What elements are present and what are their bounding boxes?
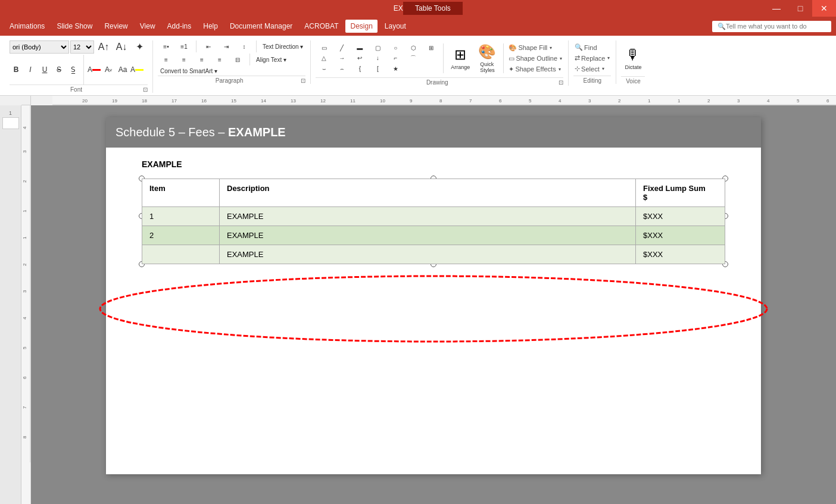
strikethrough-btn[interactable]: S (52, 64, 65, 76)
paragraph-expand-icon[interactable]: ⊡ (301, 77, 305, 84)
shadow-btn[interactable]: S̲ (67, 64, 80, 76)
decrease-indent-btn[interactable]: ⇤ (200, 42, 217, 51)
slide-header: Schedule 5 – Fees – EXAMPLE (106, 117, 761, 148)
shape-effects-btn[interactable]: ✦ Shape Effects ▾ (507, 65, 563, 74)
cell-desc-3[interactable]: EXAMPLE (220, 245, 636, 264)
table-row[interactable]: 2 EXAMPLE $XXX (142, 226, 725, 245)
svg-text:1: 1 (22, 209, 27, 212)
shape-brace-btn[interactable]: { (351, 64, 368, 73)
menu-layout[interactable]: Layout (380, 20, 411, 33)
find-btn[interactable]: 🔍 Find (573, 43, 611, 52)
shape-line-btn[interactable]: ╱ (333, 43, 350, 52)
align-right-btn[interactable]: ≡ (194, 55, 210, 64)
text-direction-btn[interactable]: Text Direction ▾ (260, 42, 305, 51)
shape-more-btn[interactable]: ⊞ (423, 43, 439, 52)
bullets-btn[interactable]: ≡• (158, 42, 174, 51)
shape-star-btn[interactable]: ★ (387, 64, 404, 73)
slide-thumb[interactable] (2, 117, 19, 129)
svg-text:5: 5 (22, 346, 27, 349)
cell-price-2[interactable]: $XXX (636, 226, 725, 245)
underline-btn[interactable]: U (38, 64, 51, 76)
paragraph-group: ≡• ≡1 ⇤ ⇥ ↕ Text Direction ▾ ≡ ≡ ≡ ≡ ⊟ A (153, 40, 311, 84)
numbering-btn[interactable]: ≡1 (176, 42, 192, 51)
shape-hex-btn[interactable]: ⬡ (405, 43, 422, 52)
cell-item-1[interactable]: 1 (142, 207, 220, 226)
vertical-ruler: 4 3 2 1 1 2 3 4 5 6 7 8 (21, 105, 31, 504)
font-color-btn[interactable]: A (88, 64, 101, 76)
shape-outline-btn[interactable]: ▭ Shape Outline ▾ (507, 54, 563, 63)
shape-arrow-btn[interactable]: → (333, 54, 350, 62)
cell-desc-2[interactable]: EXAMPLE (220, 226, 636, 245)
fee-table[interactable]: Item Description Fixed Lump Sum$ 1 EXAMP… (142, 179, 725, 264)
font-expand-icon[interactable]: ⊡ (143, 86, 148, 93)
font-name-select[interactable]: ori (Body) (10, 40, 69, 54)
shape-bent-btn[interactable]: ↩ (351, 54, 368, 62)
shape-corner-btn[interactable]: ⌐ (387, 54, 404, 62)
select-btn[interactable]: ⊹ Select ▾ (573, 64, 611, 73)
voice-group-label: Voice (621, 76, 645, 84)
shape-oval-btn[interactable]: ○ (387, 43, 404, 52)
cell-price-3[interactable]: $XXX (636, 245, 725, 264)
align-text-btn[interactable]: Align Text ▾ (254, 55, 289, 64)
italic-btn[interactable]: I (24, 64, 37, 76)
cell-price-1[interactable]: $XXX (636, 207, 725, 226)
shape-freeform-btn[interactable]: ⌣ (316, 64, 332, 74)
shape-bracket-btn[interactable]: [ (369, 64, 386, 73)
arrange-btn[interactable]: ⊞ Arrange (447, 40, 473, 76)
menu-help[interactable]: Help (198, 20, 223, 33)
menu-animations[interactable]: Animations (5, 20, 49, 33)
cell-desc-1[interactable]: EXAMPLE (220, 207, 636, 226)
minimize-button[interactable]: — (765, 0, 788, 17)
align-left-btn[interactable]: ≡ (158, 55, 174, 64)
dictate-label: Dictate (625, 64, 641, 70)
shape-rect2-btn[interactable]: ▬ (351, 43, 368, 52)
clear-format-btn[interactable]: ✦ (131, 41, 148, 53)
shape-down-btn[interactable]: ↓ (369, 54, 386, 62)
cell-item-2[interactable]: 2 (142, 226, 220, 245)
close-button[interactable]: ✕ (812, 0, 836, 17)
justify-btn[interactable]: ≡ (211, 55, 228, 64)
search-input[interactable] (726, 23, 821, 30)
shape-round-btn[interactable]: ▢ (369, 43, 386, 52)
table-row[interactable]: 1 EXAMPLE $XXX (142, 207, 725, 226)
font-size-select[interactable]: 12 (70, 40, 94, 54)
table-row[interactable]: EXAMPLE $XXX (142, 245, 725, 264)
drawing-expand-icon[interactable]: ⊡ (559, 79, 563, 86)
align-text-label: Align Text ▾ (256, 57, 286, 63)
slide[interactable]: Schedule 5 – Fees – EXAMPLE EXAMPLE (106, 117, 761, 474)
col-btn[interactable]: ⊟ (229, 55, 246, 64)
ribbon: ori (Body) 12 A↑ A↓ ✦ B I U S S̲ A Av (0, 36, 836, 96)
char-spacing-btn[interactable]: Av (102, 64, 115, 76)
menu-design[interactable]: Design (345, 20, 377, 33)
dictate-btn[interactable]: 🎙 Dictate (621, 40, 645, 76)
convert-smartart-btn[interactable]: Convert to SmartArt ▾ (158, 67, 220, 76)
quick-styles-btn[interactable]: 🎨 QuickStyles (475, 40, 500, 76)
voice-group: 🎙 Dictate Voice (616, 40, 650, 84)
cell-item-3[interactable] (142, 245, 220, 264)
line-spacing-btn[interactable]: ↕ (236, 42, 252, 51)
menu-acrobat[interactable]: ACROBAT (300, 20, 343, 33)
shape-tri-btn[interactable]: △ (316, 54, 332, 62)
menu-review[interactable]: Review (99, 20, 132, 33)
svg-text:3: 3 (588, 98, 591, 104)
case-btn[interactable]: Aa (116, 64, 129, 76)
increase-font-btn[interactable]: A↑ (95, 41, 112, 53)
bold-btn[interactable]: B (10, 64, 23, 76)
menu-docmanager[interactable]: Document Manager (225, 20, 297, 33)
shape-fill-btn[interactable]: 🎨 Shape Fill ▾ (507, 43, 563, 52)
decrease-font-btn[interactable]: A↓ (113, 41, 130, 53)
increase-indent-btn[interactable]: ⇥ (218, 42, 235, 51)
maximize-button[interactable]: □ (788, 0, 812, 17)
replace-btn[interactable]: ⇄ Replace ▾ (573, 54, 611, 62)
shape-curve-btn[interactable]: ⌒ (405, 53, 422, 64)
editing-group-label: Editing (573, 76, 611, 84)
shape-arc-btn[interactable]: ⌢ (333, 64, 350, 74)
svg-text:8: 8 (439, 98, 442, 104)
shape-rect-btn[interactable]: ▭ (316, 43, 332, 52)
menu-addins[interactable]: Add-ins (163, 20, 196, 33)
highlight-btn[interactable]: A (130, 64, 144, 76)
align-center-btn[interactable]: ≡ (176, 55, 192, 64)
menu-slideshow[interactable]: Slide Show (52, 20, 97, 33)
menu-view[interactable]: View (135, 20, 160, 33)
svg-text:2: 2 (618, 98, 621, 104)
